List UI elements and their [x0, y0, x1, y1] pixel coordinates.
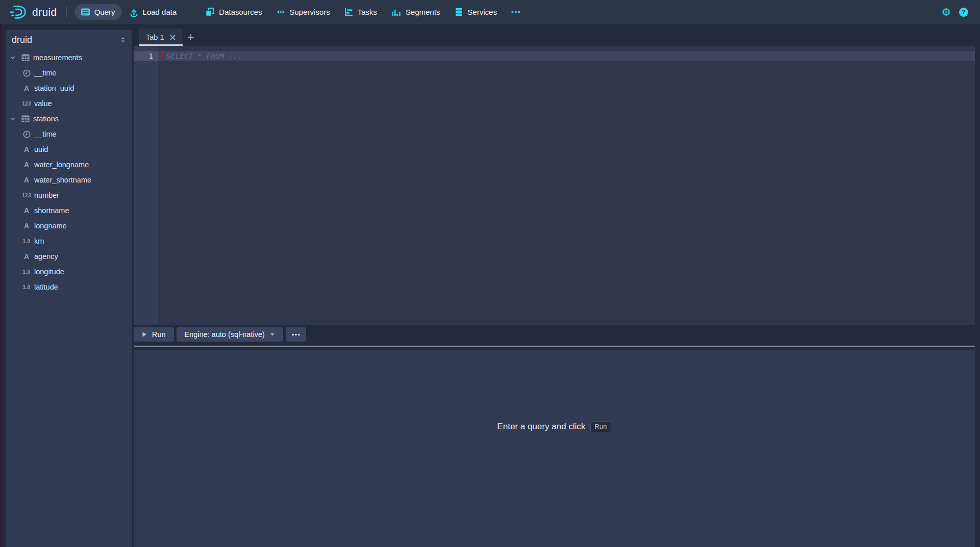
float-type-icon: 1.0 — [22, 239, 31, 244]
active-line-highlight — [158, 51, 975, 61]
druid-console: druid Query Load data Datasources Superv… — [0, 0, 980, 547]
tree-column-longitude[interactable]: 1.0 longitude — [6, 264, 132, 279]
more-icon — [511, 11, 520, 13]
tree-label: measurements — [33, 54, 82, 62]
tree-table-measurements[interactable]: measurements — [6, 50, 132, 65]
text-cursor — [162, 51, 163, 61]
nav-item-query[interactable]: Query — [74, 4, 122, 20]
tree-column-longname[interactable]: A longname — [6, 218, 132, 233]
nav-item-label: Supervisors — [290, 8, 330, 16]
editor-gutter — [134, 46, 158, 325]
engine-select-button[interactable]: Engine: auto (sql-native) — [177, 327, 283, 342]
schema-selector[interactable]: druid — [6, 30, 132, 50]
gantt-chart-icon — [344, 8, 353, 16]
run-button[interactable]: Run — [134, 327, 174, 342]
tab-1[interactable]: Tab 1 — [139, 29, 183, 46]
tree-label: water_longname — [34, 161, 89, 169]
nav-more-menu-button[interactable] — [505, 7, 527, 17]
tab-label: Tab 1 — [146, 33, 164, 41]
editor-line-1: 1 SELECT * FROM ... — [134, 51, 975, 61]
string-type-icon: A — [22, 145, 31, 153]
nav-item-label: Query — [94, 8, 115, 16]
engine-label: Engine: auto (sql-native) — [185, 330, 265, 338]
tree-label: longitude — [34, 268, 64, 276]
tree-label: __time — [34, 130, 57, 138]
tree-label: km — [34, 237, 44, 245]
empty-results-message: Enter a query and click Run — [134, 421, 975, 432]
nav-item-label: Datasources — [219, 8, 262, 16]
tree-column-uuid[interactable]: A uuid — [6, 142, 132, 157]
add-tab-button[interactable] — [183, 29, 199, 46]
tree-column-km[interactable]: 1.0 km — [6, 233, 132, 249]
close-icon[interactable] — [170, 35, 175, 40]
tree-label: water_shortname — [34, 176, 91, 184]
navbar-divider — [66, 7, 67, 17]
tree-column-time[interactable]: __time — [6, 126, 132, 142]
top-navbar: druid Query Load data Datasources Superv… — [0, 0, 980, 24]
more-icon — [292, 333, 300, 336]
nav-item-supervisors[interactable]: Supervisors — [270, 4, 337, 20]
table-icon — [21, 115, 30, 122]
time-icon — [22, 131, 31, 138]
nav-item-services[interactable]: Services — [448, 4, 504, 20]
run-button-label: Run — [152, 330, 166, 338]
tree-label: number — [34, 191, 59, 199]
tree-column-number[interactable]: 123 number — [6, 188, 132, 203]
empty-results-text: Enter a query and click — [497, 422, 586, 432]
number-type-icon: 123 — [22, 101, 31, 107]
string-type-icon: A — [22, 206, 31, 215]
tree-table-stations[interactable]: stations — [6, 111, 132, 126]
number-type-icon: 123 — [22, 193, 31, 198]
tree-column-water-shortname[interactable]: A water_shortname — [6, 172, 132, 188]
database-icon — [455, 8, 463, 16]
schema-sidebar: druid measurements __time A station_uuid… — [6, 30, 132, 547]
druid-logo-icon — [9, 5, 27, 20]
help-icon[interactable]: ? — [959, 8, 968, 17]
string-type-icon: A — [22, 252, 31, 261]
tree-column-station-uuid[interactable]: A station_uuid — [6, 81, 132, 96]
tree-column-latitude[interactable]: 1.0 latitude — [6, 279, 132, 295]
tree-label: value — [34, 99, 52, 108]
double-caret-vertical-icon — [120, 36, 125, 43]
nav-item-label: Load data — [143, 8, 177, 16]
tree-label: uuid — [34, 145, 48, 153]
string-type-icon: A — [22, 161, 31, 169]
navbar-right: ⚙ ? — [941, 7, 968, 17]
druid-logo[interactable]: druid — [9, 5, 57, 20]
nav-item-label: Segments — [406, 8, 440, 16]
nav-item-segments[interactable]: Segments — [385, 4, 447, 20]
eye-icon — [277, 8, 285, 16]
tree-column-agency[interactable]: A agency — [6, 249, 132, 264]
column-tree: measurements __time A station_uuid 123 v… — [6, 50, 132, 295]
time-icon — [22, 69, 31, 77]
query-more-button[interactable] — [286, 327, 306, 342]
play-icon — [142, 331, 147, 337]
string-type-icon: A — [22, 222, 31, 230]
tree-column-shortname[interactable]: A shortname — [6, 203, 132, 218]
upload-icon — [130, 8, 138, 17]
query-editor[interactable]: 1 SELECT * FROM ... — [134, 46, 975, 325]
datasources-icon — [206, 8, 214, 16]
panel-splitter-handle[interactable] — [134, 346, 975, 347]
table-icon — [21, 54, 30, 61]
tree-label: stations — [33, 115, 59, 123]
line-number: 1 — [134, 51, 158, 61]
schema-name: druid — [12, 35, 32, 45]
tree-column-value[interactable]: 123 value — [6, 96, 132, 111]
tree-label: station_uuid — [34, 84, 74, 92]
nav-item-load-data[interactable]: Load data — [123, 4, 184, 20]
caret-down-icon — [270, 333, 275, 336]
nav-item-label: Services — [468, 8, 497, 16]
tree-column-water-longname[interactable]: A water_longname — [6, 157, 132, 172]
bar-chart-icon — [391, 8, 401, 16]
tree-label: agency — [34, 252, 58, 261]
left-edge-strip — [0, 24, 2, 547]
float-type-icon: 1.0 — [22, 284, 31, 290]
nav-item-datasources[interactable]: Datasources — [199, 4, 268, 20]
query-tab-bar: Tab 1 — [134, 29, 975, 46]
settings-gear-icon[interactable]: ⚙ — [941, 7, 951, 17]
tree-column-time[interactable]: __time — [6, 65, 132, 81]
run-bar: Run Engine: auto (sql-native) — [134, 327, 306, 342]
nav-item-tasks[interactable]: Tasks — [338, 4, 384, 20]
navbar-divider — [191, 7, 191, 17]
